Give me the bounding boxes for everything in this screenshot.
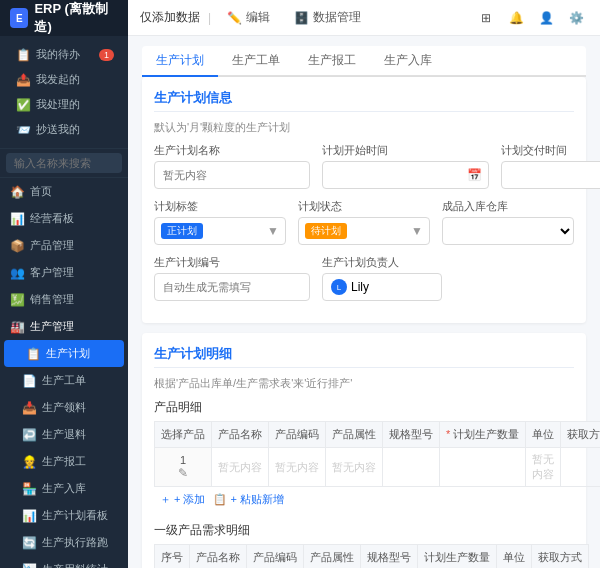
sidebar: E ERP (离散制造) 📋 我的待办 1 📤 我发起的 ✅ 我处理的 📨 抄送… bbox=[0, 0, 128, 568]
plan-status-select[interactable]: 待计划 ▼ bbox=[298, 217, 430, 245]
user-avatar: L bbox=[331, 279, 347, 295]
sidebar-item-label: 抄送我的 bbox=[36, 122, 80, 137]
row-index: 1✎ bbox=[155, 448, 212, 487]
plan-end-field: 计划交付时间 📅 bbox=[501, 143, 600, 189]
sidebar-item-production-mgmt[interactable]: 🏭 生产管理 bbox=[0, 313, 128, 340]
col-qty: 计划生产数量 bbox=[440, 422, 526, 448]
sidebar-item-production-material[interactable]: ↩️ 生产退料 bbox=[0, 421, 128, 448]
tab-production-plan[interactable]: 生产计划 bbox=[142, 46, 218, 77]
edit-button[interactable]: ✏️ 编辑 bbox=[219, 5, 278, 30]
grid-icon-button[interactable]: ⊞ bbox=[474, 6, 498, 30]
warehouse-icon: 🏪 bbox=[22, 482, 36, 496]
issued-icon: 📤 bbox=[16, 73, 30, 87]
plan-start-label: 计划开始时间 bbox=[322, 143, 489, 158]
sidebar-item-plan-dashboard[interactable]: 📊 生产计划看板 bbox=[0, 502, 128, 529]
sidebar-item-my-pending[interactable]: 📋 我的待办 1 bbox=[8, 42, 120, 67]
worker-icon: 👷 bbox=[22, 455, 36, 469]
customer-icon: 👥 bbox=[10, 266, 24, 280]
plan-info-section: 生产计划信息 默认为'月'颗粒度的生产计划 生产计划名称 计划开始时间 📅 计划… bbox=[142, 77, 586, 323]
cell-spec bbox=[383, 448, 440, 487]
plan-name-input[interactable] bbox=[154, 161, 310, 189]
sidebar-item-my-copied[interactable]: 📨 抄送我的 bbox=[8, 117, 120, 142]
cell-name: 暂无内容 bbox=[212, 448, 269, 487]
topbar-sep: | bbox=[208, 11, 211, 25]
plan-form-row3: 生产计划编号 生产计划负责人 L Lily bbox=[154, 255, 574, 301]
cell-method bbox=[561, 448, 600, 487]
plan-start-field: 计划开始时间 📅 bbox=[322, 143, 489, 189]
sidebar-item-production-order[interactable]: 📄 生产工单 bbox=[0, 367, 128, 394]
sidebar-item-label: 生产执行路跑 bbox=[42, 535, 108, 550]
level1-table-title: 一级产品需求明细 bbox=[154, 522, 574, 539]
level1-table: 序号 产品名称 产品编码 产品属性 规格型号 计划生产数量 单位 获取方式 1 bbox=[154, 544, 589, 568]
col-spec: 规格型号 bbox=[361, 545, 418, 569]
page-content: 生产计划 生产工单 生产报工 生产入库 生产计划信息 默认为'月'颗粒度的生产计… bbox=[128, 36, 600, 568]
sidebar-item-customer-mgmt[interactable]: 👥 客户管理 bbox=[0, 259, 128, 286]
sidebar-search-input[interactable] bbox=[6, 153, 122, 173]
cell-qty bbox=[440, 448, 526, 487]
plan-owner-label: 生产计划负责人 bbox=[322, 255, 442, 270]
plan-number-input[interactable] bbox=[154, 273, 310, 301]
plan-tag-field: 计划标签 正计划 ▼ bbox=[154, 199, 286, 245]
select-arrow-icon2: ▼ bbox=[411, 224, 423, 238]
bom-icon: 📥 bbox=[22, 401, 36, 415]
plan-owner-placeholder bbox=[454, 255, 574, 301]
marketing-icon: 📊 bbox=[10, 212, 24, 226]
sidebar-item-production-plan[interactable]: 📋 生产计划 bbox=[4, 340, 124, 367]
product-add-button[interactable]: ＋ + 添加 bbox=[160, 492, 205, 507]
sidebar-item-sales-mgmt[interactable]: 💹 销售管理 bbox=[0, 286, 128, 313]
plan-warehouse-select[interactable] bbox=[442, 217, 574, 245]
page-tabs: 生产计划 生产工单 生产报工 生产入库 bbox=[142, 46, 586, 77]
bell-icon-button[interactable]: 🔔 bbox=[504, 6, 528, 30]
sidebar-item-production-warehouse[interactable]: 🏪 生产入库 bbox=[0, 475, 128, 502]
dashboard-icon: 📊 bbox=[22, 509, 36, 523]
data-mgmt-button[interactable]: 🗄️ 数据管理 bbox=[286, 5, 369, 30]
edit-icon[interactable]: ✎ bbox=[178, 466, 188, 480]
processed-icon: ✅ bbox=[16, 98, 30, 112]
user-icon-button[interactable]: 👤 bbox=[534, 6, 558, 30]
add-icon: ＋ bbox=[160, 492, 171, 507]
sidebar-item-plan-exec[interactable]: 🔄 生产执行路跑 bbox=[0, 529, 128, 556]
col-name: 产品名称 bbox=[190, 545, 247, 569]
cell-attr: 暂无内容 bbox=[326, 448, 383, 487]
sidebar-item-label: 客户管理 bbox=[30, 265, 74, 280]
plan-start-input[interactable] bbox=[329, 162, 467, 188]
data-mgmt-icon: 🗄️ bbox=[294, 11, 309, 25]
sidebar-item-marketing[interactable]: 📊 经营看板 bbox=[0, 205, 128, 232]
col-method: 获取方式 bbox=[561, 422, 600, 448]
sidebar-item-home[interactable]: 🏠 首页 bbox=[0, 178, 128, 205]
plan-end-input[interactable] bbox=[508, 162, 600, 188]
tab-production-worker[interactable]: 生产报工 bbox=[294, 46, 370, 77]
sidebar-item-label: 生产计划 bbox=[46, 346, 90, 361]
stats-icon: 📉 bbox=[22, 563, 36, 569]
plan-info-title: 生产计划信息 bbox=[154, 89, 574, 112]
order-icon: 📄 bbox=[22, 374, 36, 388]
plan-owner-badge[interactable]: L Lily bbox=[322, 273, 442, 301]
sidebar-item-label: 生产退料 bbox=[42, 427, 86, 442]
sidebar-item-my-processed[interactable]: ✅ 我处理的 bbox=[8, 92, 120, 117]
sidebar-item-production-bom[interactable]: 📥 生产领料 bbox=[0, 394, 128, 421]
sidebar-item-my-issued[interactable]: 📤 我发起的 bbox=[8, 67, 120, 92]
sidebar-item-production-worker[interactable]: 👷 生产报工 bbox=[0, 448, 128, 475]
sales-icon: 💹 bbox=[10, 293, 24, 307]
exec-icon: 🔄 bbox=[22, 536, 36, 550]
plan-details-title: 生产计划明细 bbox=[154, 345, 574, 368]
sidebar-item-product-mgmt[interactable]: 📦 产品管理 bbox=[0, 232, 128, 259]
plan-tag-select[interactable]: 正计划 ▼ bbox=[154, 217, 286, 245]
material-icon: ↩️ bbox=[22, 428, 36, 442]
tab-production-warehouse[interactable]: 生产入库 bbox=[370, 46, 446, 77]
home-icon: 🏠 bbox=[10, 185, 24, 199]
plan-status-field: 计划状态 待计划 ▼ bbox=[298, 199, 430, 245]
tab-production-order[interactable]: 生产工单 bbox=[218, 46, 294, 77]
plan-name-field: 生产计划名称 bbox=[154, 143, 310, 189]
sidebar-item-label: 生产入库 bbox=[42, 481, 86, 496]
plan-owner-value: Lily bbox=[351, 280, 369, 294]
col-code: 产品编码 bbox=[269, 422, 326, 448]
edit-label: 编辑 bbox=[246, 9, 270, 26]
col-select: 选择产品 bbox=[155, 422, 212, 448]
sidebar-item-label: 首页 bbox=[30, 184, 52, 199]
sidebar-item-production-stats[interactable]: 📉 生产用料统计 bbox=[0, 556, 128, 568]
settings-icon-button[interactable]: ⚙️ bbox=[564, 6, 588, 30]
product-paste-button[interactable]: 📋 + 粘贴新增 bbox=[213, 492, 283, 507]
paste-icon: 📋 bbox=[213, 493, 227, 506]
select-arrow-icon: ▼ bbox=[267, 224, 279, 238]
